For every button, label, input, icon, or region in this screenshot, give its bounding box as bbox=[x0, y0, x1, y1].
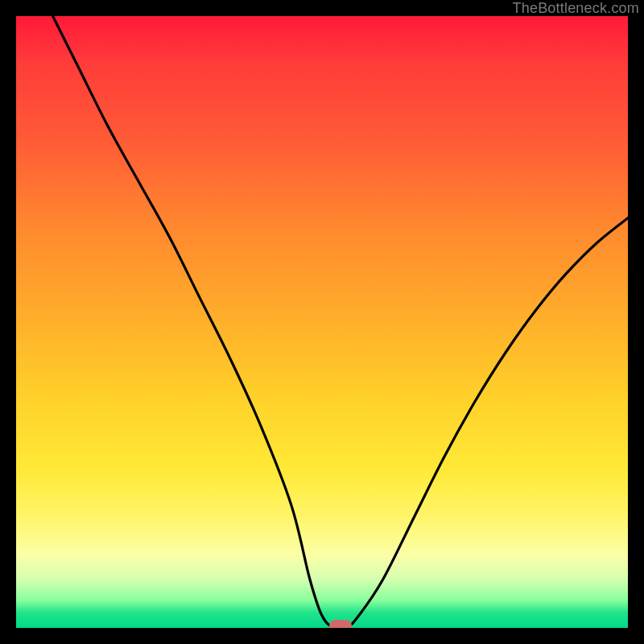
minimum-marker bbox=[329, 620, 352, 628]
plot-area bbox=[16, 16, 628, 628]
bottleneck-curve bbox=[16, 16, 628, 628]
watermark-text: TheBottleneck.com bbox=[513, 0, 639, 17]
chart-frame: TheBottleneck.com bbox=[0, 0, 644, 644]
